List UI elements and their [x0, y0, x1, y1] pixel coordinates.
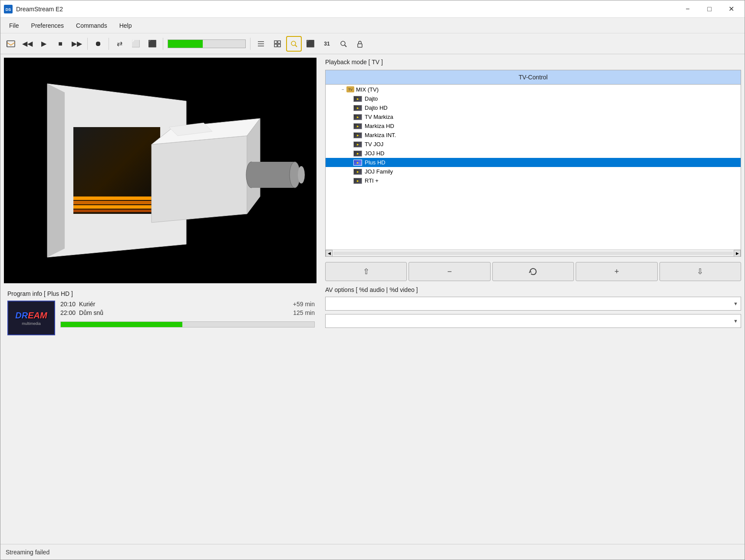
schedule-title-1: Kuriér	[79, 301, 293, 308]
toolbar-fullstop-btn[interactable]: ⬛	[145, 36, 160, 52]
menu-preferences[interactable]: Preferences	[26, 20, 69, 31]
main-content: Program info [ Plus HD ] DREAM multimedi…	[0, 54, 745, 544]
channel-icon-dajto: ▶	[353, 96, 362, 102]
title-bar-left: DS DreamStream E2	[4, 5, 63, 13]
channel-icon-markiza-int: ▶	[353, 132, 362, 138]
program-logo: DREAM multimedia	[7, 301, 55, 335]
tree-item-mix-tv[interactable]: − TV MIX (TV)	[326, 85, 741, 94]
toolbar-next-btn[interactable]: ▶▶	[69, 36, 85, 52]
folder-icon-tv: TV	[346, 86, 354, 92]
toolbar-rec2-btn[interactable]: ⬛	[303, 36, 318, 52]
menu-bar: File Preferences Commands Help	[0, 18, 745, 33]
av-video-select[interactable]: ▼	[325, 314, 741, 328]
tree-label-markiza-hd: Markiza HD	[365, 123, 394, 129]
toolbar-progress	[168, 39, 246, 48]
tree-horizontal-scrollbar[interactable]: ◀ ▶	[326, 249, 741, 256]
logo-dream: DREAM	[15, 311, 47, 321]
app-icon: DS	[4, 5, 13, 13]
toolbar-windowed-btn[interactable]: ⬜	[128, 36, 144, 52]
program-info-content: DREAM multimedia 20:10 Kuriér +59 min 22…	[7, 301, 315, 335]
av-audio-select[interactable]: ▼	[325, 297, 741, 311]
menu-file[interactable]: File	[4, 20, 24, 31]
right-panel: Playback mode [ TV ] TV-Control − TV MIX…	[322, 54, 745, 544]
title-bar-controls: − □ ✕	[678, 2, 741, 16]
schedule-duration-1: +59 min	[293, 301, 315, 308]
svg-text:DS: DS	[6, 7, 11, 12]
program-info: Program info [ Plus HD ] DREAM multimedi…	[4, 287, 318, 339]
svg-rect-23	[73, 205, 160, 209]
program-info-title: Program info [ Plus HD ]	[7, 290, 315, 297]
ctrl-up-btn[interactable]: ⇧	[325, 262, 407, 281]
toolbar-play-btn[interactable]: ▶	[36, 36, 52, 52]
minimize-button[interactable]: −	[678, 2, 698, 16]
schedule-duration-2: 125 min	[293, 309, 315, 316]
schedule-row-2: 22:00 Dům snů 125 min	[60, 309, 315, 316]
tv-control-box: TV-Control − TV MIX (TV)	[325, 70, 741, 257]
svg-rect-30	[251, 162, 295, 188]
maximize-button[interactable]: □	[699, 2, 719, 16]
tree-item-plus-hd[interactable]: ▶ Plus HD	[326, 158, 741, 167]
toolbar-sep3	[163, 38, 163, 50]
tree-label-mix-tv: MIX (TV)	[356, 86, 379, 93]
tv-control-tree[interactable]: − TV MIX (TV) ▶ Dajto	[326, 85, 741, 249]
svg-marker-18	[47, 84, 65, 257]
toolbar-search-btn[interactable]	[286, 36, 302, 52]
tree-item-tv-markiza[interactable]: ▶ TV Markiza	[326, 112, 741, 121]
tree-label-joj-family: JOJ Family	[365, 168, 393, 175]
hscroll-left-btn[interactable]: ◀	[326, 250, 333, 257]
ctrl-minus-btn[interactable]: −	[409, 262, 490, 281]
channel-icon-rti-plus: ▶	[353, 178, 362, 184]
toolbar-record-btn[interactable]: ⏺	[90, 36, 106, 52]
video-canvas	[4, 58, 316, 283]
svg-rect-22	[73, 201, 160, 204]
ctrl-down-btn[interactable]: ⇩	[659, 262, 741, 281]
channel-icon-dajto-hd: ▶	[353, 105, 362, 111]
close-button[interactable]: ✕	[721, 2, 741, 16]
svg-rect-10	[278, 44, 280, 47]
svg-rect-9	[274, 44, 277, 47]
schedule-title-2: Dům snů	[79, 309, 293, 316]
tree-item-dajto[interactable]: ▶ Dajto	[326, 94, 741, 103]
tree-label-dajto-hd: Dajto HD	[365, 105, 388, 111]
tree-label-dajto: Dajto	[365, 95, 378, 102]
playback-mode-label: Playback mode [ TV ]	[325, 58, 741, 66]
toolbar-open-btn[interactable]	[3, 36, 19, 52]
channel-icon-tv-joj: ▶	[353, 141, 362, 147]
toolbar-zoom-btn[interactable]	[336, 36, 351, 52]
av-options-section: AV options [ %d audio | %d video ] ▼ ▼	[325, 286, 741, 328]
program-progress-bar	[60, 321, 315, 327]
av-audio-arrow: ▼	[733, 301, 738, 306]
tree-item-markiza-hd[interactable]: ▶ Markiza HD	[326, 121, 741, 131]
ctrl-plus-btn[interactable]: +	[576, 262, 657, 281]
toolbar-lock-btn[interactable]	[352, 36, 368, 52]
tree-item-markiza-int[interactable]: ▶ Markiza INT.	[326, 131, 741, 140]
ctrl-refresh-btn[interactable]	[492, 262, 574, 281]
tree-item-dajto-hd[interactable]: ▶ Dajto HD	[326, 103, 741, 112]
tree-item-joj-hd[interactable]: ▶ JOJ HD	[326, 149, 741, 158]
toolbar-sep1	[87, 38, 88, 50]
hscroll-right-btn[interactable]: ▶	[734, 250, 741, 257]
menu-help[interactable]: Help	[114, 20, 137, 31]
av-video-arrow: ▼	[733, 318, 738, 324]
tree-item-tv-joj[interactable]: ▶ TV JOJ	[326, 140, 741, 149]
schedule-time-2: 22:00	[60, 309, 76, 316]
toolbar-stop-btn[interactable]: ■	[53, 36, 68, 52]
tv-control-header: TV-Control	[326, 70, 741, 85]
tree-item-rti-plus[interactable]: ▶ RTI +	[326, 176, 741, 185]
tree-label-tv-joj: TV JOJ	[365, 141, 383, 147]
av-options-label: AV options [ %d audio | %d video ]	[325, 286, 741, 293]
toolbar-progress-fill	[168, 40, 203, 48]
svg-rect-8	[278, 41, 280, 43]
toolbar-prev-btn[interactable]: ◀◀	[20, 36, 35, 52]
toolbar-list1-btn[interactable]	[253, 36, 269, 52]
tree-expand-root[interactable]: −	[340, 86, 346, 93]
toolbar-switch-btn[interactable]: ⇄	[112, 36, 127, 52]
tree-item-joj-family[interactable]: ▶ JOJ Family	[326, 167, 741, 176]
toolbar-list2-btn[interactable]	[270, 36, 285, 52]
toolbar-calendar-btn[interactable]: 31	[319, 36, 335, 52]
svg-rect-21	[73, 196, 160, 200]
menu-commands[interactable]: Commands	[71, 20, 112, 31]
svg-rect-24	[73, 210, 160, 212]
toolbar-sep2	[109, 38, 109, 50]
channel-icon-joj-hd: ▶	[353, 151, 362, 157]
